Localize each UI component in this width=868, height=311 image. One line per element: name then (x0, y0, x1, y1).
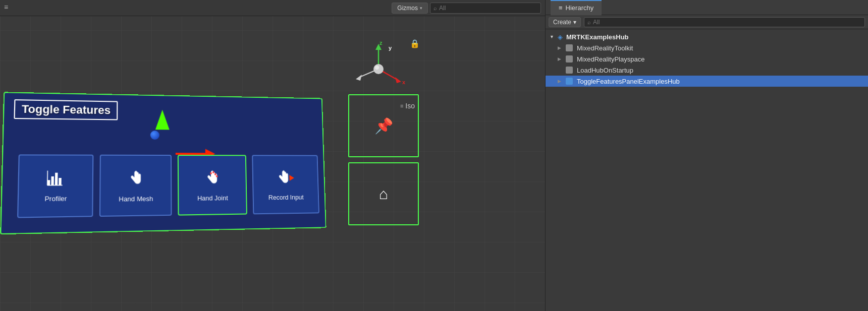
iso-text: Iso (405, 102, 415, 110)
home-icon: ⌂ (379, 185, 388, 203)
mrtk-hub-arrow: ▼ (550, 34, 556, 39)
tree-item-load-hub-on-startup[interactable]: ▶ LoadHubOnStartup (546, 65, 868, 76)
mixed-reality-playspace-arrow: ▶ (558, 56, 564, 61)
profiler-label: Profiler (44, 195, 67, 203)
mixed-reality-toolkit-label: MixedRealityToolkit (577, 44, 633, 52)
gizmos-button[interactable]: Gizmos ▾ (392, 3, 428, 14)
svg-marker-19 (356, 75, 362, 81)
hierarchy-search-icon: ⌕ (587, 19, 591, 25)
scene-search-input[interactable] (439, 5, 537, 12)
svg-text:y: y (389, 45, 392, 51)
hand-mesh-icon (127, 168, 145, 191)
mixed-reality-toolkit-arrow: ▶ (558, 45, 564, 50)
svg-rect-3 (59, 177, 62, 185)
menu-icon[interactable]: ≡ (4, 3, 8, 11)
unity-logo-icon: ◈ (558, 33, 563, 41)
gizmos-dropdown-arrow: ▾ (420, 6, 422, 11)
hand-joint-button[interactable]: Hand Joint (178, 155, 247, 216)
svg-rect-2 (55, 172, 58, 185)
iso-label: ≡ Iso (400, 102, 415, 110)
profiler-button[interactable]: Profiler (17, 154, 93, 218)
record-input-button[interactable]: Record Input (252, 155, 319, 214)
record-input-label: Record Input (268, 193, 304, 201)
hand-mesh-button[interactable]: Hand Mesh (99, 155, 172, 217)
feature-buttons-row: Profiler Hand Mesh (17, 154, 312, 218)
hand-mesh-label: Hand Mesh (119, 195, 153, 203)
profiler-icon (46, 169, 66, 191)
hand-joint-label: Hand Joint (197, 194, 228, 202)
svg-text:x: x (402, 79, 406, 85)
lock-icon: 🔒 (410, 39, 420, 48)
right-panels: 📌 ⌂ (348, 94, 419, 225)
hierarchy-search-input[interactable] (593, 19, 861, 26)
hierarchy-tab-label: Hierarchy (566, 4, 594, 12)
scene-search-bar: ⌕ (430, 3, 541, 14)
gizmos-label: Gizmos (397, 5, 418, 12)
pin-icon: 📌 (374, 117, 393, 135)
toggle-features-panel: Toggle Features (0, 92, 327, 234)
hierarchy-tab[interactable]: ≡ Hierarchy (551, 0, 602, 15)
hierarchy-search-bar: ⌕ (584, 17, 865, 27)
mrtk-hub-label: MRTKExamplesHub (566, 33, 629, 41)
tree-item-toggle-features[interactable]: ▶ ToggleFeaturesPanelExamplesHub (546, 76, 868, 87)
scene-view[interactable]: ≡ Gizmos ▾ ⌕ Toggle Features (0, 0, 545, 311)
tree-item-mixed-reality-toolkit[interactable]: ▶ MixedRealityToolkit (546, 42, 868, 53)
create-label: Create (553, 19, 571, 26)
load-hub-icon (566, 67, 573, 74)
create-button[interactable]: Create ▾ (549, 17, 581, 27)
hierarchy-panel: ≡ Hierarchy Create ▾ ⌕ ▼ ◈ MRTKExamplesH… (545, 0, 868, 311)
tree-item-mixed-reality-playspace[interactable]: ▶ MixedRealityPlayspace (546, 53, 868, 65)
toggle-features-label: ToggleFeaturesPanelExamplesHub (577, 78, 680, 85)
toggle-features-title: Toggle Features (14, 99, 118, 120)
toggle-features-icon (566, 78, 573, 85)
scene-search-icon: ⌕ (433, 5, 437, 11)
hierarchy-tab-icon: ≡ (559, 4, 563, 12)
hierarchy-toolbar: Create ▾ ⌕ (546, 15, 868, 29)
gizmo-widget: z y x (348, 39, 409, 99)
hierarchy-tree: ▼ ◈ MRTKExamplesHub ▶ MixedRealityToolki… (546, 29, 868, 311)
mixed-reality-playspace-label: MixedRealityPlayspace (577, 55, 644, 63)
svg-text:z: z (379, 40, 383, 46)
scene-toolbar: ≡ Gizmos ▾ ⌕ (0, 0, 545, 16)
record-input-icon (276, 168, 295, 190)
scene-content: Toggle Features (0, 16, 545, 311)
green-cone (155, 110, 170, 130)
create-dropdown-arrow: ▾ (573, 19, 576, 26)
hierarchy-header: ≡ Hierarchy (546, 0, 868, 15)
toggle-features-arrow: ▶ (558, 79, 564, 84)
home-panel[interactable]: ⌂ (348, 162, 419, 225)
svg-rect-1 (51, 176, 54, 185)
blue-sphere (150, 131, 159, 140)
svg-point-21 (375, 66, 379, 70)
svg-marker-16 (395, 77, 401, 83)
svg-marker-10 (289, 175, 294, 181)
mixed-reality-toolkit-icon (566, 44, 573, 51)
load-hub-label: LoadHubOnStartup (577, 67, 633, 74)
mixed-reality-playspace-icon (566, 55, 573, 63)
tree-item-mrtk-hub[interactable]: ▼ ◈ MRTKExamplesHub (546, 31, 868, 42)
svg-point-20 (373, 64, 384, 74)
hand-joint-icon (203, 168, 222, 190)
